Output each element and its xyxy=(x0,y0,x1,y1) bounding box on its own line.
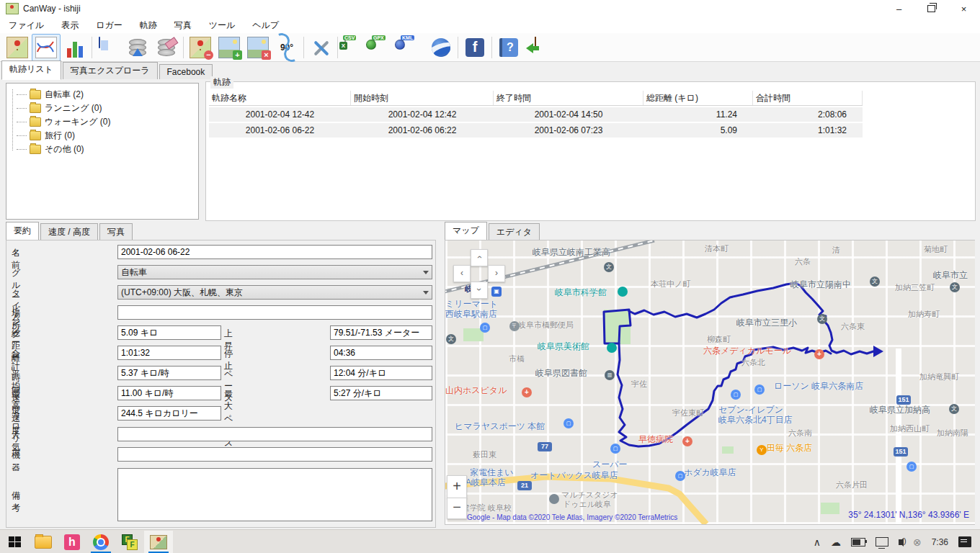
action-center-icon[interactable] xyxy=(958,536,971,547)
post-office-pin[interactable] xyxy=(509,321,520,331)
rotate-90-button[interactable]: 90° xyxy=(272,34,301,61)
hospital-pin[interactable] xyxy=(814,349,824,359)
store-pin[interactable] xyxy=(480,323,490,333)
calories-input[interactable] xyxy=(117,406,221,421)
menu-tools[interactable]: ツール xyxy=(200,17,244,34)
clock[interactable]: 7:36 xyxy=(932,537,948,547)
export-kml-button[interactable]: KML xyxy=(398,34,427,61)
hospital-pin[interactable] xyxy=(682,436,692,446)
minimize-button[interactable]: – xyxy=(883,0,915,17)
equipment-input[interactable] xyxy=(117,447,432,462)
tree-item-walking[interactable]: ウォーキング (0) xyxy=(11,115,198,129)
tree-item-running[interactable]: ランニング (0) xyxy=(11,102,198,115)
taskbar-explorer[interactable] xyxy=(29,531,58,553)
menu-file[interactable]: ファイル xyxy=(0,17,53,34)
store-pin[interactable] xyxy=(754,385,765,395)
column-header[interactable]: 開始時刻 xyxy=(351,91,494,105)
total-time-input[interactable] xyxy=(117,346,221,360)
pace-input[interactable] xyxy=(330,366,432,380)
timezone-select[interactable]: (UTC+09:00) 大阪、札幌、東京 xyxy=(117,285,432,300)
taskbar-ffftp[interactable]: FF xyxy=(115,531,144,553)
grouping-select[interactable]: 自転車 xyxy=(117,265,432,279)
store-pin[interactable] xyxy=(731,390,741,400)
distance-input[interactable] xyxy=(117,325,221,340)
library-pin[interactable] xyxy=(605,370,615,380)
export-csv-button[interactable]: CSVX xyxy=(340,34,369,61)
map-canvas[interactable]: 清本町 岐阜県立岐南工業高 本荘中ノ町 岐阜市科学館 六条 清 菊地町 岐阜市立… xyxy=(445,240,975,524)
notes-textarea[interactable] xyxy=(117,468,432,521)
store-pin[interactable] xyxy=(906,462,917,472)
track-chart-button[interactable] xyxy=(32,34,61,61)
restaurant-pin[interactable] xyxy=(757,445,767,455)
tab-photo-explorer[interactable]: 写真エクスプローラ xyxy=(63,62,158,79)
track-row[interactable]: 2001-02-06 06-22 2001-02-06 06:22 2001-0… xyxy=(209,123,863,138)
upload-data-button[interactable] xyxy=(123,34,152,61)
tree-item-travel[interactable]: 旅行 (0) xyxy=(11,129,198,143)
taskbar-h-app[interactable]: h xyxy=(58,531,86,553)
museum-pin[interactable] xyxy=(607,343,617,353)
statistics-button[interactable] xyxy=(61,34,89,61)
name-input[interactable] xyxy=(117,245,432,259)
pan-up-button[interactable]: › xyxy=(471,249,488,266)
tab-summary[interactable]: 要約 xyxy=(6,222,39,241)
hospital-pin[interactable] xyxy=(522,387,532,397)
column-header[interactable]: 終了時間 xyxy=(494,91,643,105)
menu-help[interactable]: ヘルプ xyxy=(244,17,288,34)
menu-photo[interactable]: 写真 xyxy=(166,17,200,34)
location-input[interactable] xyxy=(117,305,432,320)
store-pin[interactable] xyxy=(610,444,620,454)
track-row[interactable]: 2001-02-04 12-42 2001-02-04 12:42 2001-0… xyxy=(209,107,863,122)
avg-speed-input[interactable] xyxy=(117,366,221,380)
export-gpx-button[interactable]: GPX xyxy=(369,34,398,61)
exit-button[interactable] xyxy=(523,34,552,61)
school-pin[interactable] xyxy=(446,334,456,344)
settings-button[interactable] xyxy=(306,34,335,61)
museum-pin[interactable] xyxy=(618,287,628,297)
tray-chevron-up-icon[interactable]: ∧ xyxy=(814,536,821,548)
menu-track[interactable]: 軌跡 xyxy=(131,17,166,34)
network-icon[interactable] xyxy=(876,537,888,547)
school-pin[interactable] xyxy=(950,282,960,292)
place-pin[interactable] xyxy=(549,494,559,504)
pan-right-button[interactable]: › xyxy=(488,265,505,282)
battery-icon[interactable] xyxy=(851,538,865,547)
store-pin[interactable] xyxy=(564,418,574,428)
pan-down-button[interactable]: › xyxy=(471,282,488,299)
max-speed-input[interactable] xyxy=(117,386,221,400)
disabled-status-icon[interactable]: ⊗ xyxy=(913,536,922,548)
tab-map[interactable]: マップ xyxy=(445,222,487,241)
add-photo-button[interactable]: + xyxy=(215,34,244,61)
weather-input[interactable] xyxy=(117,427,432,441)
clear-data-button[interactable] xyxy=(152,34,181,61)
school-pin[interactable] xyxy=(949,404,959,414)
store-pin[interactable] xyxy=(675,471,685,481)
ascent-input[interactable] xyxy=(330,325,432,340)
max-pace-input[interactable] xyxy=(330,386,432,400)
menu-view[interactable]: 表示 xyxy=(53,17,87,34)
pan-left-button[interactable]: ‹ xyxy=(453,265,471,282)
tab-editor[interactable]: エディタ xyxy=(489,223,540,240)
train-station-icon[interactable] xyxy=(491,287,502,297)
zoom-in-button[interactable]: + xyxy=(447,475,467,498)
column-header[interactable]: 総距離 (キロ) xyxy=(643,91,753,105)
column-header[interactable]: 合計時間 xyxy=(753,91,863,105)
tree-item-other[interactable]: その他 (0) xyxy=(11,143,198,156)
taskbar-canway[interactable] xyxy=(144,531,173,553)
tab-track-list[interactable]: 軌跡リスト xyxy=(1,60,61,80)
stopped-input[interactable] xyxy=(330,346,432,360)
device-button[interactable] xyxy=(94,34,123,61)
speaker-icon[interactable] xyxy=(899,539,903,545)
column-header[interactable]: 軌跡名称 xyxy=(209,91,351,105)
school-pin[interactable] xyxy=(817,314,827,324)
tab-photos[interactable]: 写真 xyxy=(99,223,133,240)
restore-button[interactable] xyxy=(915,0,948,17)
menu-logger[interactable]: ロガー xyxy=(87,17,131,34)
tab-facebook[interactable]: Facebook xyxy=(159,64,213,79)
map-view-button[interactable] xyxy=(3,34,32,61)
school-pin[interactable] xyxy=(870,276,880,287)
facebook-button[interactable]: f xyxy=(460,34,489,61)
tree-item-bicycle[interactable]: 自転車 (2) xyxy=(11,88,198,102)
help-button[interactable]: ? xyxy=(494,34,523,61)
start-button[interactable] xyxy=(0,531,29,553)
google-earth-button[interactable] xyxy=(427,34,455,61)
